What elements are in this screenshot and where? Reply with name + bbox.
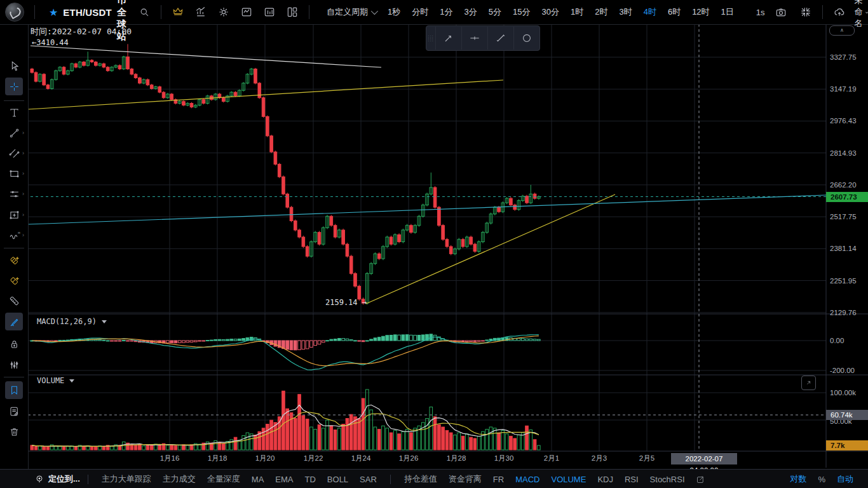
pattern-brush-icon[interactable]: [5, 252, 23, 269]
indicator-toggle[interactable]: 全量深度: [207, 473, 240, 485]
timeframe-option[interactable]: 1分: [434, 0, 458, 24]
symbol-title[interactable]: ETH/USDT: [63, 7, 112, 18]
bookmark-templates-button[interactable]: [5, 381, 23, 399]
drag-handle[interactable]: ::::::: [426, 27, 435, 50]
indicator-toggle[interactable]: MA: [252, 475, 264, 484]
indicators-icon[interactable]: [191, 3, 210, 22]
locate-to-button[interactable]: 定位到...: [34, 473, 80, 485]
lock-drawings-button[interactable]: [5, 335, 23, 353]
collapse-axis-button[interactable]: ∧: [829, 25, 855, 36]
timeframe-option[interactable]: 分时: [406, 0, 434, 24]
volume-label[interactable]: VOLUME: [37, 376, 64, 385]
timeframe-option[interactable]: 30分: [536, 0, 565, 24]
macd-pane-header[interactable]: MACD(12,26,9): [37, 317, 107, 326]
indicator-toggle[interactable]: 持仓差值: [404, 473, 437, 485]
favorite-star-icon[interactable]: ★: [49, 6, 58, 18]
fullscreen-toggle-icon[interactable]: [796, 3, 815, 22]
indicator-toggle[interactable]: SAR: [360, 475, 377, 484]
rectangle-tool-button[interactable]: [5, 165, 23, 182]
arrow-tool-button[interactable]: [435, 27, 461, 50]
horizontal-lines-tool-button[interactable]: [5, 185, 23, 203]
replay-speed-label[interactable]: 1s: [756, 8, 765, 17]
timeframe-option[interactable]: 12时: [686, 0, 715, 24]
search-icon[interactable]: [135, 3, 154, 22]
parallel-channel-tool-button[interactable]: [5, 144, 23, 162]
chart-canvas[interactable]: [0, 0, 868, 488]
dropdown-caret-icon[interactable]: [69, 379, 74, 383]
bottom-toolbar: 定位到... 主力大单跟踪主力成交全量深度MAEMATDBOLLSAR 持仓差值…: [0, 469, 868, 488]
indicator-toggle[interactable]: MACD: [515, 475, 539, 484]
indicator-toggle[interactable]: StochRSI: [650, 475, 685, 484]
edit-indicators-icon[interactable]: [696, 475, 705, 484]
settings-gear-icon[interactable]: [214, 3, 233, 22]
magnet-sliders-button[interactable]: [5, 356, 23, 374]
indicator-toggle[interactable]: KDJ: [597, 475, 613, 484]
text-tool-button[interactable]: [5, 104, 23, 121]
indicator-toggle[interactable]: 主力大单跟踪: [102, 473, 151, 485]
camera-snapshot-icon[interactable]: [771, 3, 790, 22]
horizontal-line-tool-button[interactable]: [461, 27, 487, 50]
timeframe-option[interactable]: 2时: [589, 0, 613, 24]
object-tree-button[interactable]: [5, 402, 23, 420]
indicator-toggle[interactable]: EMA: [275, 475, 293, 484]
ruler-tool-button[interactable]: [5, 292, 23, 309]
chevron-down-icon[interactable]: [865, 9, 868, 14]
indicator-toggle[interactable]: VOLUME: [551, 475, 586, 484]
indicator-toggle[interactable]: 自动: [837, 473, 853, 485]
divider: [88, 475, 88, 484]
divider: [4, 377, 24, 377]
submenu-chevron[interactable]: ›: [22, 206, 24, 224]
time-tick-label: 1月20: [255, 454, 275, 463]
app-logo-icon[interactable]: [5, 3, 24, 22]
cloud-save-icon[interactable]: [830, 3, 849, 22]
volume-pane-header[interactable]: VOLUME: [37, 376, 74, 385]
indicator-toggle[interactable]: FR: [493, 475, 504, 484]
timeframe-option[interactable]: 3分: [459, 0, 483, 24]
crosshair-tool-button[interactable]: [5, 78, 23, 95]
indicator-toggle[interactable]: 主力成交: [163, 473, 196, 485]
time-tick-label: 2月5: [639, 454, 654, 463]
submenu-chevron[interactable]: ›: [22, 165, 24, 182]
submenu-chevron[interactable]: ›: [22, 185, 24, 203]
elliott-wave-tool-button[interactable]: ∞: [5, 226, 23, 244]
pattern-brush-alt-icon[interactable]: [5, 272, 23, 290]
timeframe-option[interactable]: 3时: [613, 0, 637, 24]
restore-pane-button[interactable]: [801, 376, 816, 390]
trendline-tool-button[interactable]: [5, 124, 23, 142]
divider: [822, 5, 823, 19]
time-tick-label: 1月26: [399, 454, 419, 463]
timeframe-option[interactable]: 1秒: [382, 0, 406, 24]
indicator-toggle[interactable]: 对数: [790, 473, 806, 485]
indicator-toggle[interactable]: %: [818, 475, 825, 484]
layout-name-label[interactable]: 未命名: [855, 0, 863, 29]
submenu-chevron[interactable]: ›: [22, 124, 24, 142]
price-tick-label: 2814.93: [830, 149, 857, 157]
submenu-chevron[interactable]: ›: [22, 226, 24, 244]
dropdown-caret-icon[interactable]: [102, 320, 107, 323]
draw-pencil-tool-button[interactable]: [5, 313, 23, 330]
columns-panel-icon[interactable]: [260, 3, 279, 22]
timeframe-option[interactable]: 1时: [565, 0, 589, 24]
timeframe-option[interactable]: 4时: [638, 0, 662, 24]
projection-tool-button[interactable]: [5, 206, 23, 224]
exchange-title: 火币全球站: [117, 0, 133, 43]
ellipse-tool-button[interactable]: [513, 27, 539, 50]
indicator-toggle[interactable]: BOLL: [327, 475, 348, 484]
timeframe-option[interactable]: 5分: [483, 0, 507, 24]
timeframe-option[interactable]: 1日: [715, 0, 740, 24]
volume-crosshair-badge: 60.74k: [826, 410, 868, 420]
indicator-toggle[interactable]: RSI: [625, 475, 639, 484]
timeframe-option[interactable]: 6时: [662, 0, 686, 24]
timeframe-option[interactable]: 自定义周期: [321, 0, 382, 24]
indicator-toggle[interactable]: TD: [305, 475, 316, 484]
chart-panel-icon[interactable]: [237, 3, 256, 22]
trendline-quick-button[interactable]: [487, 27, 513, 50]
timeframe-option[interactable]: 15分: [507, 0, 536, 24]
premium-crown-icon[interactable]: [168, 3, 187, 22]
indicator-toggle[interactable]: 资金背离: [449, 473, 482, 485]
cursor-tool-button[interactable]: [5, 57, 23, 75]
delete-drawings-button[interactable]: [5, 423, 23, 440]
macd-label[interactable]: MACD(12,26,9): [37, 317, 97, 326]
submenu-chevron[interactable]: ›: [22, 144, 24, 162]
layout-icon[interactable]: [283, 3, 302, 22]
